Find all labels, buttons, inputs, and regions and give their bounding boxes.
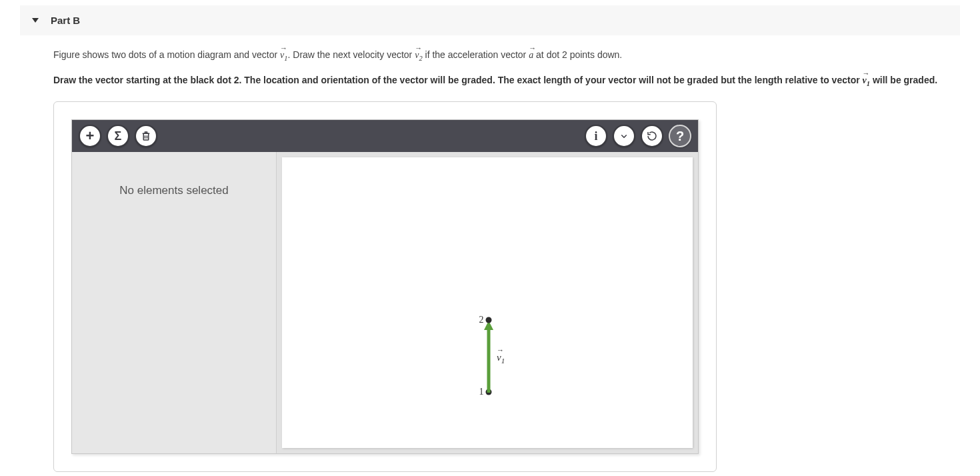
question-fragment: Figure shows two dots of a motion diagra… (53, 49, 280, 60)
question-icon: ? (676, 129, 684, 144)
svg-rect-0 (143, 133, 149, 140)
drawing-canvas[interactable]: 1 2 v1 (282, 157, 693, 448)
vector-v2-symbol: v2 (415, 49, 422, 60)
vector-v1-shaft (487, 329, 491, 393)
info-icon: i (594, 129, 597, 143)
question-fragment: . Draw the next velocity vector (288, 49, 415, 60)
selection-status: No elements selected (119, 184, 228, 197)
chevron-down-icon (618, 130, 630, 142)
canvas-wrap: 1 2 v1 (277, 152, 698, 453)
question-text: Figure shows two dots of a motion diagra… (53, 47, 960, 89)
part-header: Part B (20, 5, 960, 35)
dot-2 (486, 317, 492, 323)
part-title: Part B (51, 15, 80, 26)
sum-button[interactable]: Σ (107, 125, 129, 147)
help-button[interactable]: ? (669, 125, 691, 147)
trash-icon (140, 130, 152, 142)
sigma-icon: Σ (115, 130, 122, 142)
instruction-fragment: will be graded. (870, 75, 937, 85)
drawing-widget: + Σ i (71, 119, 699, 454)
workspace: No elements selected 1 2 v1 (72, 152, 698, 453)
reset-button[interactable] (641, 125, 663, 147)
dot-1-label: 1 (479, 387, 484, 397)
info-button[interactable]: i (585, 125, 607, 147)
instruction-fragment: Draw the vector starting at the black do… (53, 75, 863, 85)
question-fragment: if the acceleration vector (423, 49, 529, 60)
vector-a-symbol: a (529, 49, 533, 60)
question-fragment: at dot 2 points down. (533, 49, 622, 60)
dropdown-button[interactable] (613, 125, 635, 147)
toolbar: + Σ i (72, 120, 698, 152)
vector-v1-symbol: v1 (863, 74, 870, 85)
add-button[interactable]: + (79, 125, 101, 147)
reset-icon (646, 130, 658, 142)
dot-2-label: 2 (479, 315, 484, 325)
vector-v1-label: v1 (497, 352, 505, 365)
vector-v1-symbol: v1 (280, 49, 287, 60)
collapse-caret-icon[interactable] (32, 18, 39, 23)
selection-panel: No elements selected (72, 152, 277, 453)
plus-icon: + (86, 129, 95, 143)
drawing-widget-container: + Σ i (53, 101, 717, 472)
delete-button[interactable] (135, 125, 157, 147)
